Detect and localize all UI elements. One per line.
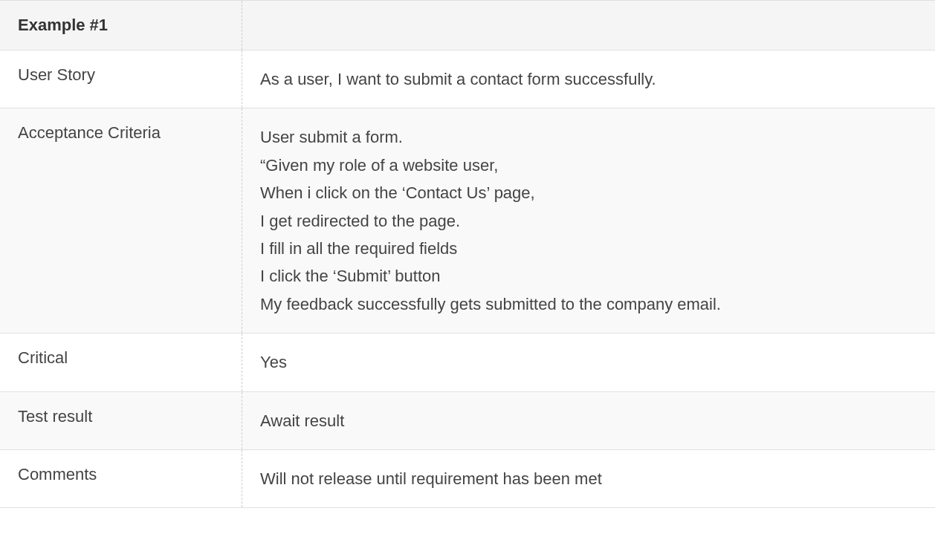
row-label-comments: Comments	[18, 465, 97, 484]
header-left-cell: Example #1	[0, 1, 242, 50]
row-label-cell: Acceptance Criteria	[0, 108, 242, 333]
row-value-critical: Yes	[260, 348, 287, 376]
row-label-critical: Critical	[18, 348, 68, 368]
table-row: User Story As a user, I want to submit a…	[0, 51, 935, 108]
example-title: Example #1	[18, 16, 108, 35]
table-header-row: Example #1	[0, 0, 935, 51]
row-label-acceptance-criteria: Acceptance Criteria	[18, 123, 161, 143]
row-value-acceptance-criteria: User submit a form. “Given my role of a …	[260, 123, 721, 318]
row-value-user-story: As a user, I want to submit a contact fo…	[260, 65, 656, 93]
row-label-cell: Critical	[0, 333, 242, 391]
row-value-cell: As a user, I want to submit a contact fo…	[242, 51, 935, 108]
row-label-cell: Comments	[0, 450, 242, 507]
requirements-table: Example #1 User Story As a user, I want …	[0, 0, 935, 508]
row-value-test-result: Await result	[260, 407, 344, 434]
table-row: Acceptance Criteria User submit a form. …	[0, 108, 935, 333]
table-row: Comments Will not release until requirem…	[0, 450, 935, 508]
row-value-cell: Yes	[242, 333, 935, 391]
header-right-cell	[242, 1, 935, 50]
table-row: Test result Await result	[0, 392, 935, 450]
row-label-cell: Test result	[0, 392, 242, 449]
table-row: Critical Yes	[0, 333, 935, 391]
row-value-cell: User submit a form. “Given my role of a …	[242, 108, 935, 333]
row-label-user-story: User Story	[18, 65, 95, 85]
row-label-cell: User Story	[0, 51, 242, 108]
row-value-comments: Will not release until requirement has b…	[260, 465, 602, 492]
row-value-cell: Await result	[242, 392, 935, 449]
row-value-cell: Will not release until requirement has b…	[242, 450, 935, 507]
row-label-test-result: Test result	[18, 407, 92, 426]
